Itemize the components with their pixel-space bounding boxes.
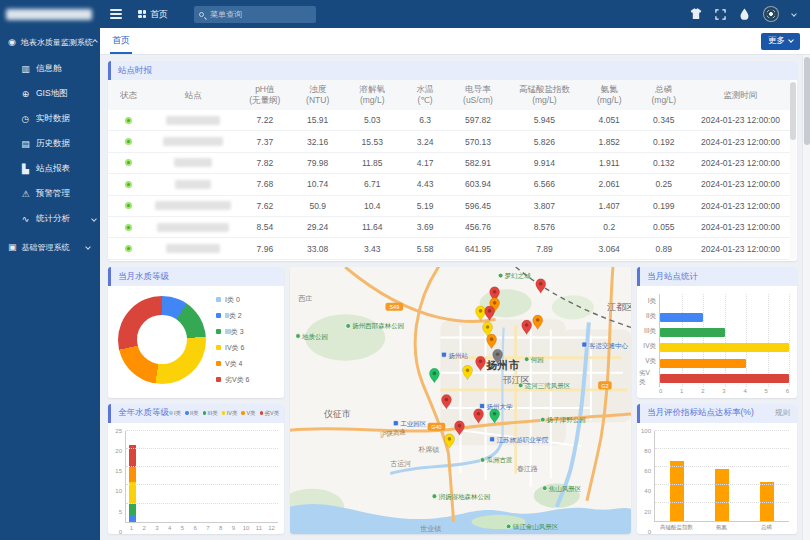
value-cell: 0.132 [636, 158, 691, 168]
station-map[interactable]: 西庄朴席镇古运河春江路世业镇沪陕高速江都区邗江区仪征市扬州市梦幻之城扬州西部森林… [290, 267, 631, 534]
water-drop-icon[interactable] [739, 8, 750, 20]
legend-item[interactable]: II类 [185, 410, 199, 417]
x-tick-label: 1 [680, 388, 683, 394]
rules-link[interactable]: 规则 [775, 408, 790, 418]
panel-header: 站点时报 [108, 61, 797, 80]
status-online-dot [125, 159, 132, 166]
fullscreen-icon[interactable] [715, 9, 726, 20]
hamburger-menu-icon[interactable] [110, 9, 122, 19]
stacked-bar[interactable] [192, 431, 199, 523]
column-header: 氨氮(mg/L) [582, 80, 637, 110]
map-park-label: 何园 [531, 356, 544, 363]
bar[interactable] [715, 469, 729, 521]
stacked-bar[interactable] [154, 431, 161, 523]
stacked-bar[interactable] [243, 431, 250, 523]
map-park-icon [518, 383, 523, 388]
table-scrollbar[interactable] [790, 82, 796, 259]
sidebar-group-surface-water-system[interactable]: ◉ 地表水质量监测系统 [0, 28, 100, 56]
station-pin-hole [496, 352, 500, 356]
tab-home[interactable]: 首页 [110, 28, 132, 54]
map-park-icon [346, 324, 351, 329]
y-tick-label: 0 [119, 529, 122, 534]
left-column: 当月水质等级 I类 0II类 2III类 3IV类 6V类 4劣V类 6 全年水… [108, 267, 284, 534]
donut-ring[interactable] [118, 296, 206, 384]
legend-item[interactable]: IV类 6 [216, 343, 250, 353]
station-name-redacted [166, 116, 220, 125]
legend-item[interactable]: II类 2 [216, 311, 250, 321]
legend-item[interactable]: V类 4 [216, 359, 250, 369]
legend-item[interactable]: IV类 [222, 410, 238, 417]
bar[interactable] [660, 328, 725, 337]
legend-item[interactable]: III类 3 [216, 327, 250, 337]
stacked-bar[interactable] [142, 431, 149, 523]
bar[interactable] [670, 461, 684, 521]
sidebar-item-statistics[interactable]: ∿统计分析 [0, 206, 100, 231]
legend-item[interactable]: III类 [203, 410, 218, 417]
more-button[interactable]: 更多 [761, 33, 800, 50]
stacked-bar[interactable] [167, 431, 174, 523]
breadcrumb[interactable]: 首页 [138, 8, 168, 21]
legend-item[interactable]: 劣V类 [260, 410, 280, 417]
column-header: 站点 [149, 80, 238, 110]
search-icon [199, 12, 204, 17]
chevron-down-icon[interactable] [791, 11, 797, 17]
bar-segment [129, 504, 136, 515]
x-axis-labels: 123456789101112 [125, 523, 278, 532]
panel-title: 当月评价指标站点达标率(%) [647, 407, 754, 419]
stacked-bar[interactable] [256, 431, 263, 523]
logo-redacted [0, 0, 100, 28]
stacked-bar[interactable] [230, 431, 237, 523]
station-pin-hole [466, 369, 470, 373]
x-tick-label: 7 [202, 525, 215, 531]
sidebar-item-info-dashboard[interactable]: ▥信息舱 [0, 56, 100, 81]
value-cell: 0.055 [636, 222, 691, 232]
gridline [126, 484, 278, 485]
legend-item[interactable]: 劣V类 6 [216, 375, 250, 385]
value-cell: 7.37 [238, 137, 293, 147]
page-scrollbar[interactable] [802, 55, 810, 540]
stacked-bar[interactable] [205, 431, 212, 523]
map-park-icon [524, 357, 529, 362]
sidebar-item-alert-management[interactable]: ⚠预警管理 [0, 181, 100, 206]
station-pin-hole [493, 412, 497, 416]
user-avatar[interactable] [763, 6, 779, 22]
bar-column [655, 431, 700, 522]
legend-item[interactable]: I类 0 [216, 295, 250, 305]
station-name-cell [149, 201, 238, 210]
column-header: 溶解氧(mg/L) [343, 80, 401, 110]
theme-skin-icon[interactable] [690, 8, 702, 20]
sidebar-group-base-management[interactable]: ▣ 基础管理系统 [0, 233, 100, 261]
search-input[interactable] [208, 9, 311, 20]
table-row: 7.2215.915.036.3597.825.9454.0510.345202… [108, 110, 790, 131]
map-poi-label: 扬州大学 [487, 403, 513, 411]
legend-dot [260, 411, 264, 415]
sidebar-item-gis-map[interactable]: ⊕GIS地图 [0, 81, 100, 106]
column-header: 总磷(mg/L) [636, 80, 691, 110]
bar[interactable] [660, 359, 746, 368]
x-axis-labels: 高锰酸盐指数氨氮总磷 [654, 522, 789, 532]
value-cell: 597.82 [449, 115, 507, 125]
station-name-cell [149, 137, 238, 146]
stacked-bar[interactable] [129, 431, 136, 523]
stacked-bar[interactable] [268, 431, 275, 523]
sidebar-item-realtime-clock[interactable]: ◷实时数据 [0, 106, 100, 131]
bar[interactable] [660, 343, 789, 352]
sidebar-item-station-report[interactable]: ▙站点报表 [0, 156, 100, 181]
monthly-station-panel: 当月站点统计 I类II类III类IV类V类劣V类 0123456 [637, 267, 797, 398]
map-transit-icon [582, 342, 587, 347]
menu-search-box [194, 6, 316, 23]
stacked-bar[interactable] [218, 431, 225, 523]
status-online-dot [125, 181, 132, 188]
legend-item[interactable]: V类 [241, 410, 255, 417]
value-cell: 7.22 [238, 115, 293, 125]
bar[interactable] [660, 374, 789, 383]
legend-item[interactable]: I类 [169, 410, 181, 417]
sidebar-item-history-data[interactable]: ▤历史数据 [0, 131, 100, 156]
stacked-bar[interactable] [180, 431, 187, 523]
column-header: 监测时间 [691, 80, 790, 110]
table-row: 7.8279.9811.854.17582.919.9141.9110.1322… [108, 153, 790, 174]
legend-swatch [216, 297, 221, 302]
bar[interactable] [660, 313, 703, 322]
sidebar-group-label: 地表水质量监测系统 [21, 37, 93, 48]
map-poi-label: 工业园区 [400, 420, 426, 427]
